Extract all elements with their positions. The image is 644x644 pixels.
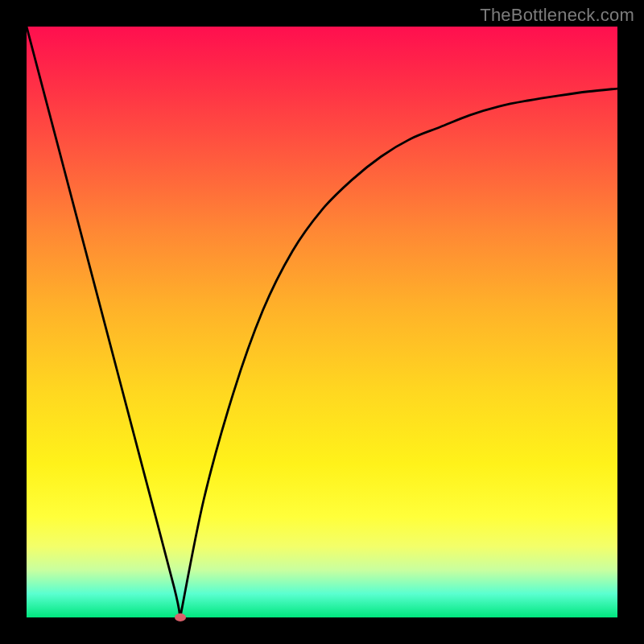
plot-area <box>27 27 617 617</box>
bottleneck-curve <box>27 27 617 617</box>
curve-path <box>27 27 617 617</box>
watermark-text: TheBottleneck.com <box>480 5 634 26</box>
optimal-point-marker <box>175 613 186 621</box>
chart-frame: TheBottleneck.com <box>0 0 644 644</box>
